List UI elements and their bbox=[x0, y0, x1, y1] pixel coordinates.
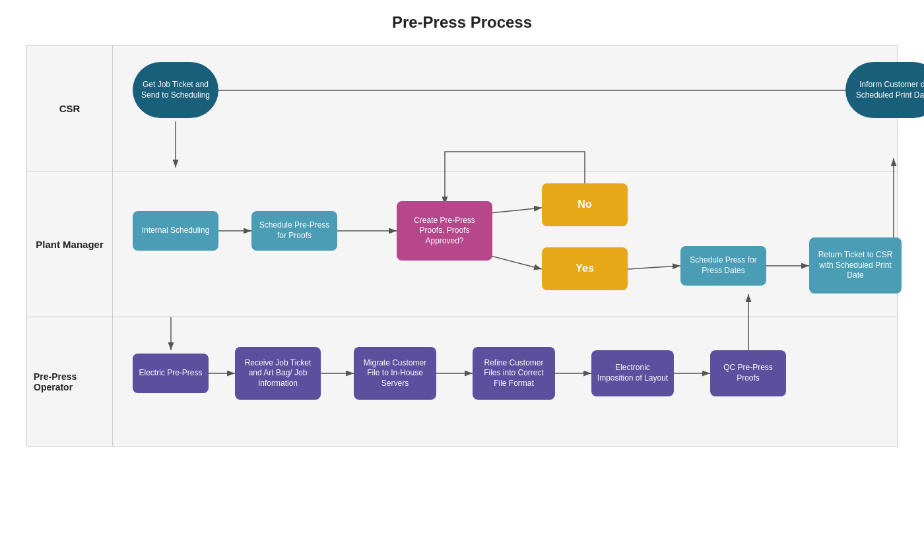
migrate-customer-node: Migrate Customer File to In-House Server… bbox=[354, 347, 436, 400]
schedule-press-node: Schedule Press for Press Dates bbox=[680, 246, 766, 286]
yes-node: Yes bbox=[542, 247, 628, 290]
internal-scheduling-node: Internal Scheduling bbox=[133, 211, 218, 251]
plant-manager-content: Internal Scheduling Schedule Pre-Press f… bbox=[113, 171, 897, 317]
plant-manager-label: Plant Manager bbox=[27, 171, 113, 317]
receive-job-ticket-node: Receive Job Ticket and Art Bag/ Job Info… bbox=[235, 347, 321, 400]
no-node: No bbox=[542, 183, 628, 226]
diagram-container: CSR Get Job Ticket and Send to Schedulin… bbox=[26, 45, 898, 447]
refine-customer-node: Refine Customer Files into Correct File … bbox=[473, 347, 555, 400]
csr-lane: CSR Get Job Ticket and Send to Schedulin… bbox=[27, 46, 897, 171]
csr-label: CSR bbox=[27, 46, 113, 171]
get-job-ticket-node: Get Job Ticket and Send to Scheduling bbox=[133, 62, 218, 118]
electric-prepress-node: Electric Pre-Press bbox=[133, 354, 209, 393]
svg-line-8 bbox=[628, 266, 680, 269]
page-title: Pre-Press Process bbox=[392, 13, 532, 32]
schedule-pre-press-node: Schedule Pre-Press for Proofs bbox=[251, 211, 337, 251]
qc-prepress-node: QC Pre-Press Proofs bbox=[710, 350, 786, 396]
prepress-operator-label: Pre-Press Operator bbox=[27, 317, 113, 446]
inform-customer-node: Inform Customer of Scheduled Print Date bbox=[845, 62, 924, 118]
prepress-operator-lane: Pre-Press Operator bbox=[27, 317, 897, 446]
return-ticket-node: Return Ticket to CSR with Scheduled Prin… bbox=[809, 237, 902, 294]
plant-manager-lane: Plant Manager bbox=[27, 171, 897, 317]
prepress-operator-content: Electric Pre-Press Receive Job Ticket an… bbox=[113, 317, 897, 446]
create-pre-press-node: Create Pre-Press Proofs. Proofs Approved… bbox=[397, 201, 492, 261]
electronic-imposition-node: Electronic Imposition of Layout bbox=[591, 350, 674, 396]
csr-content: Get Job Ticket and Send to Scheduling In… bbox=[113, 46, 897, 171]
